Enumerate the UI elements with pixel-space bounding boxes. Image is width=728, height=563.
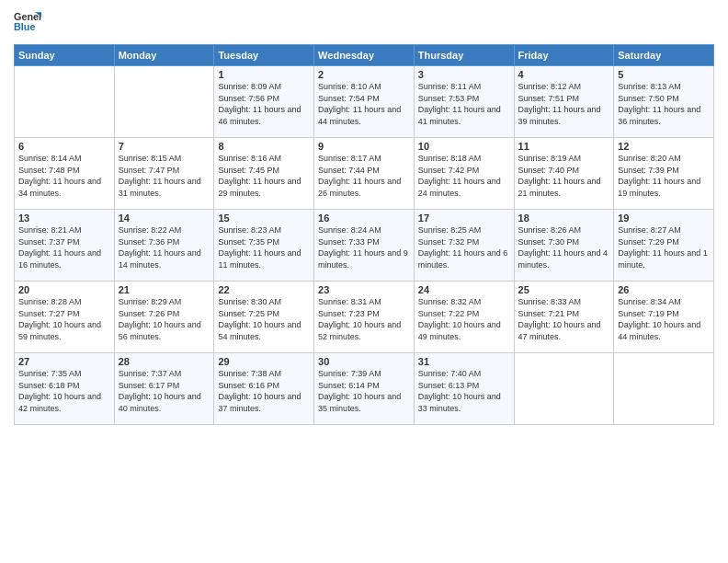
day-cell: 2Sunrise: 8:10 AM Sunset: 7:54 PM Daylig… <box>314 66 415 138</box>
day-cell: 13Sunrise: 8:21 AM Sunset: 7:37 PM Dayli… <box>15 210 115 282</box>
day-info: Sunrise: 8:23 AM Sunset: 7:35 PM Dayligh… <box>218 224 310 270</box>
day-number: 23 <box>318 284 410 295</box>
day-cell: 8Sunrise: 8:16 AM Sunset: 7:45 PM Daylig… <box>214 138 314 210</box>
day-info: Sunrise: 8:30 AM Sunset: 7:25 PM Dayligh… <box>218 296 310 342</box>
day-info: Sunrise: 8:25 AM Sunset: 7:32 PM Dayligh… <box>418 224 510 270</box>
day-info: Sunrise: 8:19 AM Sunset: 7:40 PM Dayligh… <box>518 153 610 199</box>
day-info: Sunrise: 8:24 AM Sunset: 7:33 PM Dayligh… <box>318 224 410 270</box>
day-cell: 20Sunrise: 8:28 AM Sunset: 7:27 PM Dayli… <box>15 282 115 353</box>
day-number: 27 <box>18 356 110 367</box>
header-row: SundayMondayTuesdayWednesdayThursdayFrid… <box>15 45 714 66</box>
day-info: Sunrise: 8:26 AM Sunset: 7:30 PM Dayligh… <box>518 224 610 270</box>
day-info: Sunrise: 8:16 AM Sunset: 7:45 PM Dayligh… <box>218 153 310 199</box>
day-cell <box>15 66 115 138</box>
day-header-tuesday: Tuesday <box>214 45 314 66</box>
day-info: Sunrise: 7:35 AM Sunset: 6:18 PM Dayligh… <box>18 368 110 414</box>
day-number: 5 <box>618 69 710 80</box>
day-header-thursday: Thursday <box>414 45 514 66</box>
day-number: 2 <box>318 69 410 80</box>
day-cell: 29Sunrise: 7:38 AM Sunset: 6:16 PM Dayli… <box>214 353 314 425</box>
day-number: 15 <box>218 213 310 224</box>
logo-icon: General Blue <box>14 9 41 37</box>
day-number: 11 <box>518 141 610 152</box>
day-number: 1 <box>218 69 310 80</box>
day-info: Sunrise: 8:27 AM Sunset: 7:29 PM Dayligh… <box>618 224 710 270</box>
day-cell: 24Sunrise: 8:32 AM Sunset: 7:22 PM Dayli… <box>414 282 514 353</box>
day-header-friday: Friday <box>514 45 614 66</box>
day-info: Sunrise: 8:28 AM Sunset: 7:27 PM Dayligh… <box>18 296 110 342</box>
day-number: 7 <box>119 141 210 152</box>
calendar-table: SundayMondayTuesdayWednesdayThursdayFrid… <box>14 44 714 425</box>
day-info: Sunrise: 8:15 AM Sunset: 7:47 PM Dayligh… <box>119 153 210 199</box>
day-info: Sunrise: 8:22 AM Sunset: 7:36 PM Dayligh… <box>119 224 210 270</box>
day-number: 19 <box>618 213 710 224</box>
day-cell: 1Sunrise: 8:09 AM Sunset: 7:56 PM Daylig… <box>214 66 314 138</box>
day-cell: 12Sunrise: 8:20 AM Sunset: 7:39 PM Dayli… <box>614 138 714 210</box>
day-info: Sunrise: 8:31 AM Sunset: 7:23 PM Dayligh… <box>318 296 410 342</box>
day-cell: 11Sunrise: 8:19 AM Sunset: 7:40 PM Dayli… <box>514 138 614 210</box>
day-info: Sunrise: 7:38 AM Sunset: 6:16 PM Dayligh… <box>218 368 310 414</box>
day-number: 24 <box>418 284 510 295</box>
day-info: Sunrise: 8:21 AM Sunset: 7:37 PM Dayligh… <box>18 224 110 270</box>
day-info: Sunrise: 7:40 AM Sunset: 6:13 PM Dayligh… <box>418 368 510 414</box>
day-info: Sunrise: 8:18 AM Sunset: 7:42 PM Dayligh… <box>418 153 510 199</box>
day-cell: 21Sunrise: 8:29 AM Sunset: 7:26 PM Dayli… <box>114 282 214 353</box>
day-cell: 3Sunrise: 8:11 AM Sunset: 7:53 PM Daylig… <box>414 66 514 138</box>
day-number: 28 <box>119 356 210 367</box>
week-row-5: 27Sunrise: 7:35 AM Sunset: 6:18 PM Dayli… <box>15 353 714 425</box>
logo: General Blue <box>14 9 41 37</box>
day-number: 4 <box>518 69 610 80</box>
day-info: Sunrise: 8:12 AM Sunset: 7:51 PM Dayligh… <box>518 81 610 127</box>
day-info: Sunrise: 8:17 AM Sunset: 7:44 PM Dayligh… <box>318 153 410 199</box>
day-cell <box>514 353 614 425</box>
day-number: 29 <box>218 356 310 367</box>
day-info: Sunrise: 8:20 AM Sunset: 7:39 PM Dayligh… <box>618 153 710 199</box>
day-cell: 14Sunrise: 8:22 AM Sunset: 7:36 PM Dayli… <box>114 210 214 282</box>
day-number: 3 <box>418 69 510 80</box>
day-number: 8 <box>218 141 310 152</box>
day-cell: 5Sunrise: 8:13 AM Sunset: 7:50 PM Daylig… <box>614 66 714 138</box>
day-info: Sunrise: 8:29 AM Sunset: 7:26 PM Dayligh… <box>119 296 210 342</box>
day-info: Sunrise: 8:33 AM Sunset: 7:21 PM Dayligh… <box>518 296 610 342</box>
day-cell: 25Sunrise: 8:33 AM Sunset: 7:21 PM Dayli… <box>514 282 614 353</box>
day-number: 21 <box>119 284 210 295</box>
day-number: 18 <box>518 213 610 224</box>
week-row-3: 13Sunrise: 8:21 AM Sunset: 7:37 PM Dayli… <box>15 210 714 282</box>
day-number: 16 <box>318 213 410 224</box>
day-number: 9 <box>318 141 410 152</box>
week-row-1: 1Sunrise: 8:09 AM Sunset: 7:56 PM Daylig… <box>15 66 714 138</box>
day-number: 30 <box>318 356 410 367</box>
day-cell: 16Sunrise: 8:24 AM Sunset: 7:33 PM Dayli… <box>314 210 415 282</box>
day-cell <box>614 353 714 425</box>
day-cell: 28Sunrise: 7:37 AM Sunset: 6:17 PM Dayli… <box>114 353 214 425</box>
day-cell: 30Sunrise: 7:39 AM Sunset: 6:14 PM Dayli… <box>314 353 415 425</box>
day-cell: 10Sunrise: 8:18 AM Sunset: 7:42 PM Dayli… <box>414 138 514 210</box>
svg-text:Blue: Blue <box>14 21 35 32</box>
day-cell: 22Sunrise: 8:30 AM Sunset: 7:25 PM Dayli… <box>214 282 314 353</box>
day-info: Sunrise: 8:09 AM Sunset: 7:56 PM Dayligh… <box>218 81 310 127</box>
week-row-4: 20Sunrise: 8:28 AM Sunset: 7:27 PM Dayli… <box>15 282 714 353</box>
day-header-monday: Monday <box>114 45 214 66</box>
day-header-wednesday: Wednesday <box>314 45 415 66</box>
day-number: 14 <box>119 213 210 224</box>
day-info: Sunrise: 7:37 AM Sunset: 6:17 PM Dayligh… <box>119 368 210 414</box>
day-number: 6 <box>18 141 110 152</box>
day-cell: 4Sunrise: 8:12 AM Sunset: 7:51 PM Daylig… <box>514 66 614 138</box>
day-number: 22 <box>218 284 310 295</box>
day-info: Sunrise: 8:14 AM Sunset: 7:48 PM Dayligh… <box>18 153 110 199</box>
day-cell: 19Sunrise: 8:27 AM Sunset: 7:29 PM Dayli… <box>614 210 714 282</box>
day-header-saturday: Saturday <box>614 45 714 66</box>
day-info: Sunrise: 8:13 AM Sunset: 7:50 PM Dayligh… <box>618 81 710 127</box>
week-row-2: 6Sunrise: 8:14 AM Sunset: 7:48 PM Daylig… <box>15 138 714 210</box>
day-cell: 26Sunrise: 8:34 AM Sunset: 7:19 PM Dayli… <box>614 282 714 353</box>
day-cell: 27Sunrise: 7:35 AM Sunset: 6:18 PM Dayli… <box>15 353 115 425</box>
day-number: 25 <box>518 284 610 295</box>
day-number: 12 <box>618 141 710 152</box>
day-number: 10 <box>418 141 510 152</box>
day-cell: 15Sunrise: 8:23 AM Sunset: 7:35 PM Dayli… <box>214 210 314 282</box>
day-number: 31 <box>418 356 510 367</box>
day-header-sunday: Sunday <box>15 45 115 66</box>
day-cell: 23Sunrise: 8:31 AM Sunset: 7:23 PM Dayli… <box>314 282 415 353</box>
day-cell: 18Sunrise: 8:26 AM Sunset: 7:30 PM Dayli… <box>514 210 614 282</box>
day-number: 20 <box>18 284 110 295</box>
